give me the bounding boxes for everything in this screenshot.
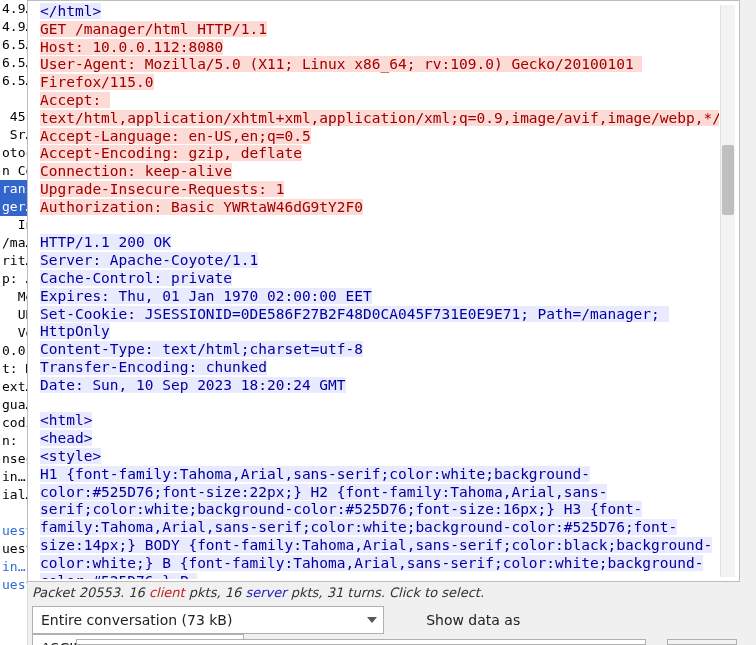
find-next-button[interactable]: [667, 639, 737, 645]
info-mid1: pkts, 16: [185, 585, 246, 600]
stream-content[interactable]: </html> GET /manager/html HTTP/1.1 Host:…: [40, 3, 719, 579]
stream-frame: </html> GET /manager/html HTTP/1.1 Host:…: [27, 0, 740, 582]
info-suffix: pkts, 31 turns. Click to select.: [287, 585, 485, 600]
left-panel-row[interactable]: uest…: [0, 576, 27, 594]
left-panel-row[interactable]: uest…: [0, 522, 27, 540]
info-client-count: client: [149, 585, 185, 600]
left-panel-row[interactable]: In…: [0, 216, 27, 234]
conversation-dropdown-label: Entire conversation (73 kB): [41, 612, 232, 628]
left-panel-row[interactable]: in…: [0, 558, 27, 576]
left-panel-row[interactable]: gua…: [0, 396, 27, 414]
left-panel-row[interactable]: otoc…: [0, 144, 27, 162]
left-panel-row[interactable]: ger…: [0, 198, 27, 216]
stream-scrollbar[interactable]: [720, 5, 735, 577]
left-panel-row[interactable]: n: k…: [0, 432, 27, 450]
left-panel-row[interactable]: ext…: [0, 378, 27, 396]
conversation-dropdown[interactable]: Entire conversation (73 kB): [32, 606, 384, 634]
scrollbar-thumb[interactable]: [722, 145, 734, 215]
left-panel-row[interactable]: UR…: [0, 306, 27, 324]
server-segment: HTTP/1.1 200 OK Server: Apache-Coyote/1.…: [40, 234, 712, 579]
left-panel-row[interactable]: in…: [0, 468, 27, 486]
left-panel-row[interactable]: Ve…: [0, 324, 27, 342]
left-panel[interactable]: 4.9…4.9…6.5…6.5…6.5… 45 Sr…otoc…n Co…ran…: [0, 0, 28, 645]
app-root: 4.9…4.9…6.5…6.5…6.5… 45 Sr…otoc…n Co…ran…: [0, 0, 756, 645]
left-panel-row[interactable]: 4.9…: [0, 18, 27, 36]
left-panel-row[interactable]: rit…: [0, 252, 27, 270]
server-segment: </html>: [40, 3, 101, 19]
left-panel-row[interactable]: n Co…: [0, 162, 27, 180]
left-panel-row[interactable]: 0.0.…: [0, 342, 27, 360]
left-panel-row[interactable]: ial…: [0, 486, 27, 504]
left-panel-row[interactable]: rans…: [0, 180, 27, 198]
info-prefix: Packet 20553. 16: [32, 585, 149, 600]
left-panel-row[interactable]: uest…: [0, 540, 27, 558]
chevron-down-icon: [367, 617, 377, 623]
left-panel-row[interactable]: [0, 504, 27, 522]
left-panel-row[interactable]: Sr…: [0, 126, 27, 144]
controls-row: Entire conversation (73 kB) Show data as…: [32, 606, 737, 636]
left-panel-row[interactable]: 6.5…: [0, 36, 27, 54]
left-panel-row[interactable]: 6.5…: [0, 72, 27, 90]
left-panel-row[interactable]: 45: [0, 108, 27, 126]
left-panel-row[interactable]: /ma…: [0, 234, 27, 252]
left-panel-row[interactable]: Me…: [0, 288, 27, 306]
info-bar[interactable]: Packet 20553. 16 client pkts, 16 server …: [32, 585, 737, 605]
left-panel-row[interactable]: codi…: [0, 414, 27, 432]
find-row: [32, 639, 737, 645]
show-as-label: Show data as: [426, 612, 520, 628]
left-panel-row[interactable]: nsec…: [0, 450, 27, 468]
left-panel-row[interactable]: [0, 90, 27, 108]
client-segment: GET /manager/html HTTP/1.1 Host: 10.0.0.…: [40, 21, 719, 215]
left-panel-row[interactable]: t: M…: [0, 360, 27, 378]
find-input[interactable]: [76, 639, 646, 645]
info-server-count: server: [245, 585, 286, 600]
left-panel-row[interactable]: p: …: [0, 270, 27, 288]
stream-viewport: </html> GET /manager/html HTTP/1.1 Host:…: [30, 3, 737, 579]
left-panel-row[interactable]: 6.5…: [0, 54, 27, 72]
left-panel-row[interactable]: 4.9…: [0, 0, 27, 18]
